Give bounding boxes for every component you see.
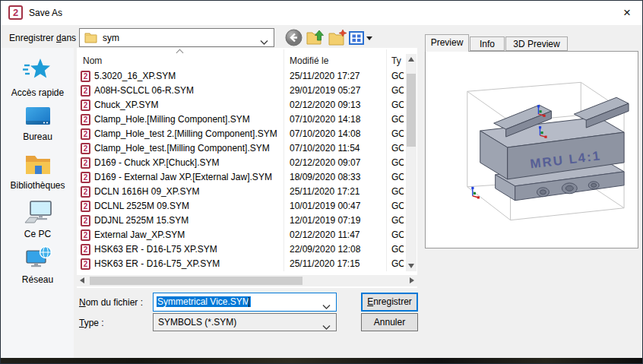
sym-file-icon: 2: [81, 100, 90, 111]
scroll-up-icon[interactable]: [408, 57, 414, 62]
sym-file-icon: 2: [81, 157, 90, 169]
file-name: External Jaw_XP.SYM: [94, 228, 281, 242]
tab-info[interactable]: Info: [470, 36, 505, 51]
sidebar-item-network[interactable]: Réseau: [2, 245, 74, 285]
table-row[interactable]: 2External Jaw_XP.SYM02/12/2020 11:47GO: [77, 228, 405, 242]
file-type: GO: [391, 69, 404, 84]
file-name: HSK63 ER - D16-L75 XP.SYM: [94, 242, 281, 257]
sidebar-item-label: Bibliothèques: [2, 180, 74, 191]
file-type: GO: [391, 98, 404, 112]
table-row[interactable]: 2D169 - Chuck XP.[Chuck].SYM02/12/2020 0…: [77, 156, 405, 170]
file-name: D169 - External Jaw XP.[External Jaw].SY…: [94, 170, 281, 185]
file-name: 5.3020_16_XP.SYM: [94, 69, 281, 84]
file-name: D169 - Chuck XP.[Chuck].SYM: [94, 156, 281, 170]
desktop-icon: [25, 119, 51, 129]
sidebar-item-label: Bureau: [2, 131, 74, 142]
file-name: DDJNL 2525M 15.SYM: [94, 214, 281, 228]
sidebar-item-label: Réseau: [2, 274, 74, 285]
table-row[interactable]: 25.3020_16_XP.SYM25/11/2020 17:27GO: [77, 69, 405, 84]
chevron-down-icon[interactable]: [260, 36, 268, 47]
view-menu-icon[interactable]: [349, 31, 364, 47]
file-modified: 02/12/2020 09:13: [290, 98, 360, 112]
table-row[interactable]: 2HSK63 ER - D16-L75_XP.SYM25/11/2020 17:…: [77, 257, 405, 271]
filetype-combobox[interactable]: SYMBOLS (*.SYM): [153, 313, 337, 331]
filename-label: Nom du fichier :: [79, 297, 143, 308]
scroll-down-icon[interactable]: [408, 264, 414, 268]
scroll-left-icon[interactable]: [80, 277, 84, 283]
file-name: DCLN 1616H 09_XP.SYM: [94, 185, 281, 199]
sym-file-icon: 2: [81, 143, 90, 154]
file-name: A08H-SCLCL 06-R.SYM: [94, 84, 281, 98]
background-app-strip: [1, 358, 642, 363]
file-modified: 29/01/2019 05:27: [290, 84, 360, 98]
sym-file-icon: 2: [81, 71, 90, 82]
file-name: Clamp_Hole.[Milling Component].SYM: [94, 112, 281, 127]
back-icon[interactable]: [285, 29, 302, 49]
network-icon: [24, 261, 52, 272]
filetype-label: Type :: [79, 318, 104, 328]
save-in-value: sym: [103, 33, 119, 43]
cancel-button[interactable]: Annuler: [361, 313, 418, 331]
table-row[interactable]: 2DCLNL 2525M 09.SYM10/01/2019 00:47GO: [77, 199, 405, 214]
sidebar-item-quick-access[interactable]: Accès rapide: [2, 57, 74, 98]
file-name: DCLNL 2525M 09.SYM: [94, 199, 281, 214]
view-menu-caret-icon[interactable]: [366, 36, 372, 40]
up-one-level-icon[interactable]: [306, 30, 325, 48]
table-row[interactable]: 2DDJNL 2525M 15.SYM12/01/2019 07:19GO: [77, 214, 405, 228]
save-button[interactable]: Enregistrer: [361, 293, 418, 312]
file-type: GO: [391, 112, 404, 127]
file-type: GO: [391, 127, 404, 141]
file-type: GO: [391, 214, 404, 228]
sidebar-item-desktop[interactable]: Bureau: [2, 106, 74, 142]
tab-3d-preview[interactable]: 3D Preview: [505, 36, 568, 51]
sidebar-item-libraries[interactable]: Bibliothèques: [2, 153, 74, 191]
quick-access-star-icon: [23, 74, 53, 85]
file-modified: 18/09/2020 08:33: [290, 170, 360, 185]
table-row[interactable]: 2D169 - External Jaw XP.[External Jaw].S…: [77, 170, 405, 185]
file-type: GO: [391, 242, 404, 257]
file-list: Nom Modifié le Ty 25.3020_16_XP.SYM25/11…: [77, 48, 417, 288]
sym-file-icon: 2: [81, 172, 90, 183]
file-type: GO: [391, 141, 404, 156]
sym-file-icon: 2: [81, 114, 90, 125]
horizontal-scrollbar[interactable]: [77, 275, 417, 286]
table-row[interactable]: 2Clamp_Hole_test 2.[Milling Component].S…: [77, 127, 405, 141]
dialog-title: Save As: [29, 8, 62, 18]
sidebar-item-this-pc[interactable]: Ce PC: [2, 200, 74, 239]
sym-file-icon: 2: [81, 229, 90, 241]
file-modified: 07/10/2020 14:18: [290, 112, 360, 127]
table-row[interactable]: 2DCLN 1616H 09_XP.SYM25/11/2020 17:21GO: [77, 185, 405, 199]
table-row[interactable]: 2Clamp_Hole_test.[Milling Component].SYM…: [77, 141, 405, 156]
preview-pane: MRU L4:1: [425, 51, 638, 248]
new-folder-icon[interactable]: [328, 30, 347, 48]
column-header-modified[interactable]: Modifié le: [290, 55, 328, 66]
scroll-right-icon[interactable]: [410, 277, 414, 283]
horizontal-scroll-thumb[interactable]: [90, 277, 302, 285]
vertical-scrollbar[interactable]: [406, 54, 417, 271]
app-logo-icon: 2: [8, 5, 23, 20]
table-row[interactable]: 2HSK63 ER - D16-L75 XP.SYM22/09/2020 12:…: [77, 242, 405, 257]
filename-input[interactable]: Symmetrical Vice.SYM: [153, 293, 337, 312]
file-modified: 07/10/2020 11:54: [290, 141, 360, 156]
chevron-down-icon[interactable]: [322, 301, 331, 312]
sym-file-icon: 2: [81, 258, 90, 270]
places-sidebar: Accès rapide Bureau Bibliot: [2, 48, 74, 359]
table-row[interactable]: 2Chuck_XP.SYM02/12/2020 09:13GO: [77, 98, 405, 112]
table-row[interactable]: 2A08H-SCLCL 06-R.SYM29/01/2019 05:27GO: [77, 84, 405, 98]
column-header-type[interactable]: Ty: [391, 55, 401, 66]
table-row[interactable]: 2Clamp_Hole.[Milling Component].SYM07/10…: [77, 112, 405, 127]
file-modified: 25/11/2020 17:21: [290, 185, 360, 199]
file-type: GO: [391, 170, 404, 185]
file-modified: 02/12/2020 09:07: [290, 156, 360, 170]
file-name: Chuck_XP.SYM: [94, 98, 281, 112]
tab-preview[interactable]: Preview: [425, 34, 469, 52]
close-icon[interactable]: ×: [623, 5, 631, 21]
column-header-name[interactable]: Nom: [83, 55, 102, 66]
file-modified: 25/11/2020 17:15: [290, 257, 360, 271]
file-modified: 07/10/2020 14:08: [290, 127, 360, 141]
save-in-combobox[interactable]: sym: [79, 28, 274, 47]
sort-ascending-icon: [176, 49, 184, 57]
chevron-down-icon[interactable]: [322, 321, 331, 332]
file-name: Clamp_Hole_test 2.[Milling Component].SY…: [94, 127, 281, 141]
vertical-scroll-thumb[interactable]: [407, 74, 416, 147]
